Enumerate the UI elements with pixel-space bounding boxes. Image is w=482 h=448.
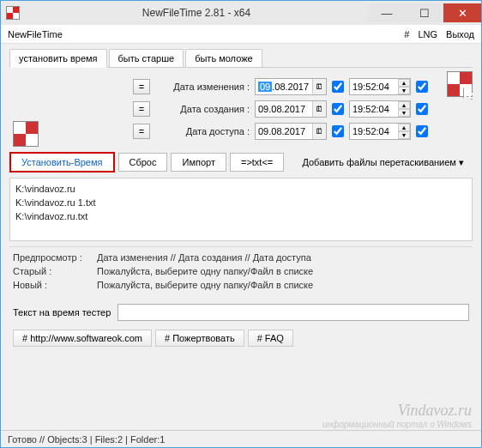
app-icon	[6, 6, 20, 20]
tab-be-younger[interactable]: быть моложе	[185, 49, 262, 67]
reset-button[interactable]: Сброс	[118, 153, 168, 172]
preview-old-label: Старый :	[13, 266, 90, 276]
date-input-created[interactable]: 09.08.2017 🗓	[255, 100, 327, 118]
link-faq[interactable]: # FAQ	[248, 330, 293, 347]
tab-be-older[interactable]: быть старше	[109, 49, 184, 67]
eq-button-accessed[interactable]: =	[133, 124, 150, 139]
minimize-button[interactable]: —	[368, 3, 406, 22]
menubar: NewFileTime # LNG Выход	[1, 25, 481, 44]
calendar-dropdown-icon[interactable]: 🗓	[312, 79, 326, 94]
list-item[interactable]: K:\vindavoz.ru	[15, 182, 467, 196]
check-date-modified[interactable]	[332, 81, 344, 93]
close-button[interactable]: ✕	[443, 3, 481, 22]
maximize-button[interactable]: ☐	[406, 3, 443, 22]
eq-button-created[interactable]: =	[133, 101, 150, 117]
date-input-modified[interactable]: 09.08.2017 🗓	[255, 78, 327, 95]
preview-new-value: Пожалуйста, выберите одну папку/Файл в с…	[97, 280, 313, 290]
preview-columns: Дата изменения // Дата создания // Дата …	[97, 252, 311, 263]
check-date-accessed[interactable]	[332, 125, 344, 137]
text-time-tester: Текст на время тестер	[9, 299, 473, 324]
clock-cursor-icon[interactable]	[447, 71, 473, 97]
import-button[interactable]: Импорт	[171, 153, 226, 172]
row-created: = Дата создания : 09.08.2017 🗓 19:52:04 …	[16, 100, 466, 118]
preview-header-label: Предпросмотр :	[13, 252, 90, 263]
titlebar: NewFileTime 2.81 - x64 — ☐ ✕	[1, 1, 481, 25]
link-bar: # http://www.softwareok.com # Пожертвова…	[9, 324, 473, 352]
status-text: Готово // Objects:3 | Files:2 | Folder:1	[8, 434, 165, 445]
action-buttons: Установить-Время Сброс Импорт =>txt<= До…	[9, 148, 473, 178]
status-bar: Готово // Objects:3 | Files:2 | Folder:1	[1, 430, 481, 447]
label-created: Дата создания :	[155, 104, 250, 114]
menu-hash[interactable]: #	[404, 29, 409, 39]
spinner-icon[interactable]: ▲▼	[398, 124, 410, 139]
check-date-created[interactable]	[332, 103, 344, 115]
time-input-modified[interactable]: 19:52:04 ▲▼	[349, 78, 411, 95]
link-donate[interactable]: # Пожертвовать	[155, 330, 244, 347]
preview-new-label: Новый :	[13, 280, 90, 290]
eq-button-modified[interactable]: =	[133, 79, 150, 94]
add-files-drag-button[interactable]: Добавить файлы перетаскиванием ▾	[293, 154, 473, 172]
menu-exit[interactable]: Выход	[446, 29, 474, 39]
file-list[interactable]: K:\vindavoz.ru K:\vindavoz.ru 1.txt K:\v…	[9, 178, 473, 241]
spinner-icon[interactable]: ▲▼	[398, 79, 410, 94]
list-item[interactable]: K:\vindavoz.ru.txt	[15, 209, 467, 223]
window-title: NewFileTime 2.81 - x64	[25, 7, 368, 19]
menu-lng[interactable]: LNG	[418, 29, 437, 39]
preview-old-value: Пожалуйста, выберите одну папку/Файл в с…	[97, 266, 313, 276]
menu-app[interactable]: NewFileTime	[8, 29, 63, 39]
check-time-modified[interactable]	[416, 81, 428, 93]
spinner-icon[interactable]: ▲▼	[398, 101, 410, 117]
preview-group: Предпросмотр : Дата изменения // Дата со…	[9, 246, 473, 299]
txt-button[interactable]: =>txt<=	[230, 153, 284, 172]
row-accessed: = Дата доступа : 09.08.2017 🗓 19:52:04 ▲…	[16, 123, 466, 140]
label-accessed: Дата доступа :	[155, 126, 250, 136]
row-modified: = Дата изменения : 09.08.2017 🗓 19:52:04…	[16, 78, 466, 95]
set-time-button[interactable]: Установить-Время	[9, 152, 115, 173]
calendar-dropdown-icon[interactable]: 🗓	[312, 101, 326, 117]
list-item[interactable]: K:\vindavoz.ru 1.txt	[15, 196, 467, 209]
clock-icon[interactable]	[13, 121, 39, 147]
time-input-accessed[interactable]: 19:52:04 ▲▼	[349, 123, 411, 140]
tabs: установить время быть старше быть моложе	[9, 49, 473, 68]
link-website[interactable]: # http://www.softwareok.com	[13, 330, 152, 347]
check-time-created[interactable]	[416, 103, 428, 115]
calendar-dropdown-icon[interactable]: 🗓	[312, 124, 326, 139]
label-modified: Дата изменения :	[155, 82, 250, 92]
text-tester-label: Текст на время тестер	[13, 307, 111, 318]
chevron-down-icon: ▾	[459, 157, 464, 167]
text-tester-input[interactable]	[117, 304, 469, 321]
check-time-accessed[interactable]	[416, 125, 428, 137]
date-input-accessed[interactable]: 09.08.2017 🗓	[255, 123, 327, 140]
tab-set-time[interactable]: установить время	[9, 49, 107, 68]
time-input-created[interactable]: 19:52:04 ▲▼	[349, 100, 411, 118]
